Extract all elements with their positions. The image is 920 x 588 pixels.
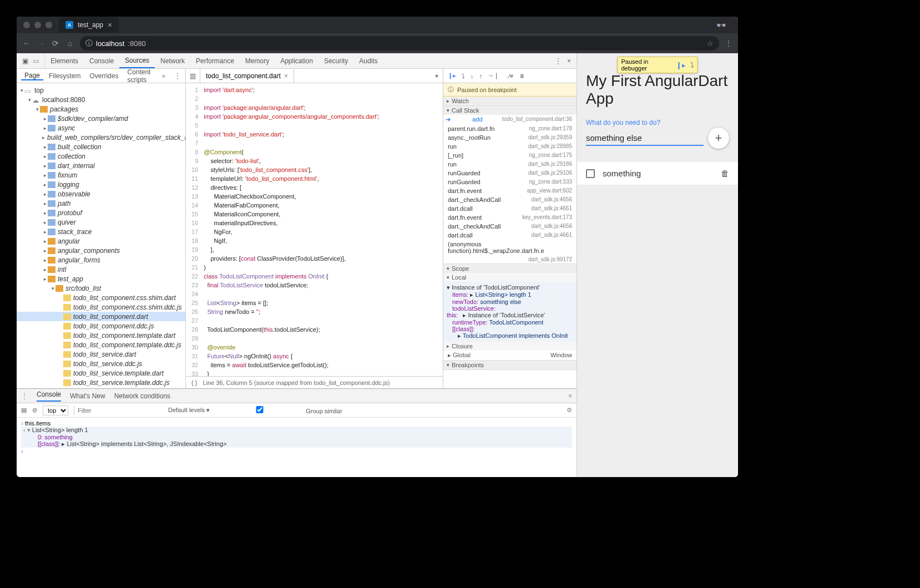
tree-row[interactable]: ▸$sdk/dev_compiler/amd bbox=[17, 114, 185, 123]
tree-row[interactable]: ▸observable bbox=[17, 189, 185, 199]
tree-row[interactable]: ▸path bbox=[17, 199, 185, 208]
console-clear-icon[interactable]: ⊘ bbox=[32, 407, 37, 414]
editor-nav-icon[interactable]: ▥ bbox=[186, 69, 200, 83]
tree-row[interactable]: todo_list_service.template.dart bbox=[17, 368, 185, 378]
url-input[interactable]: ⓘ localhost:8080 ☆ bbox=[80, 36, 719, 50]
tree-row[interactable]: todo_list_service.ddc.js bbox=[17, 359, 185, 368]
device-toggle-icon[interactable]: ▭ bbox=[33, 57, 39, 65]
editor-file-tab[interactable]: todo_list_component.dart × bbox=[200, 69, 294, 83]
console-group-similar[interactable]: Group similar bbox=[215, 406, 342, 414]
tab-performance[interactable]: Performance bbox=[190, 53, 240, 68]
chrome-menu-icon[interactable]: ⋮ bbox=[725, 39, 732, 48]
bookmark-star-icon[interactable]: ☆ bbox=[707, 39, 714, 48]
window-controls[interactable] bbox=[23, 22, 52, 28]
scope-section[interactable]: ▾Scope bbox=[443, 264, 577, 273]
delete-todo-icon[interactable]: 🗑 bbox=[721, 169, 729, 178]
resume-button[interactable]: ❙▸ bbox=[448, 72, 456, 79]
scope-local-header[interactable]: ▾Local bbox=[443, 273, 577, 282]
tree-row[interactable]: ▸async bbox=[17, 123, 185, 133]
tab-memory[interactable]: Memory bbox=[240, 53, 275, 68]
new-todo-input[interactable] bbox=[586, 131, 704, 146]
add-todo-button[interactable]: + bbox=[708, 128, 729, 149]
inspect-icon[interactable]: ▣ bbox=[22, 57, 28, 65]
tree-row[interactable]: ▸collection bbox=[17, 151, 185, 161]
tree-row[interactable]: ▸intl bbox=[17, 265, 185, 274]
overlay-resume-icon[interactable]: ❙▸ bbox=[676, 61, 686, 69]
tree-row[interactable]: ▸protobuf bbox=[17, 208, 185, 217]
browser-tab[interactable]: A test_app × bbox=[59, 17, 119, 33]
console-tab-whatsnew[interactable]: What's New bbox=[70, 392, 105, 400]
tree-row[interactable]: ▾src/todo_list bbox=[17, 283, 185, 293]
devtools-close-icon[interactable]: × bbox=[567, 57, 571, 65]
scope-global-row[interactable]: ▸ GlobalWindow bbox=[443, 351, 577, 360]
console-settings-icon[interactable]: ⚙ bbox=[567, 407, 572, 414]
tab-close-icon[interactable]: × bbox=[108, 21, 112, 29]
console-close-icon[interactable]: × bbox=[568, 392, 572, 400]
stack-frame[interactable]: runGuardeddart_sdk.js:29106 bbox=[443, 169, 577, 178]
info-icon[interactable]: ⓘ bbox=[85, 38, 93, 48]
console-output[interactable]: › this.items ‹ ▾ List<String> length 1 0… bbox=[17, 418, 577, 477]
tree-row[interactable]: ▸fixnum bbox=[17, 170, 185, 180]
stack-frame[interactable]: runGuardedng_zone.dart:333 bbox=[443, 178, 577, 186]
stack-frame[interactable]: async._rootRundart_sdk.js:29359 bbox=[443, 133, 577, 142]
pause-exceptions-button[interactable]: ⏸ bbox=[519, 73, 525, 79]
todo-checkbox[interactable] bbox=[586, 169, 595, 178]
tab-network[interactable]: Network bbox=[155, 53, 190, 68]
subtab-menu-icon[interactable]: ⋮ bbox=[171, 72, 184, 80]
tree-row[interactable]: ▸dart_internal bbox=[17, 161, 185, 170]
reload-button[interactable]: ⟳ bbox=[51, 39, 60, 48]
devtools-menu-icon[interactable]: ⋮ bbox=[555, 57, 562, 65]
tree-row[interactable]: ▸angular bbox=[17, 236, 185, 246]
subtab-overrides[interactable]: Overrides bbox=[86, 72, 122, 80]
tree-row[interactable]: ▸stack_trace bbox=[17, 227, 185, 236]
subtab-filesystem[interactable]: Filesystem bbox=[46, 72, 84, 80]
step-out-button[interactable]: ↑ bbox=[479, 73, 483, 79]
tree-row[interactable]: ▾top bbox=[17, 85, 185, 95]
editor-more-icon[interactable]: ▾ bbox=[431, 72, 443, 80]
tree-row[interactable]: ▸build_web_compilers/src/dev_compiler_st… bbox=[17, 133, 185, 142]
file-tree[interactable]: ▾top▾localhost:8080▾packages▸$sdk/dev_co… bbox=[17, 83, 186, 388]
forward-button[interactable]: → bbox=[37, 39, 46, 48]
tree-row[interactable]: ▸angular_components bbox=[17, 246, 185, 255]
console-tab-network[interactable]: Network conditions bbox=[114, 392, 170, 400]
stack-frame[interactable]: rundart_sdk.js:29186 bbox=[443, 160, 577, 169]
stack-frame[interactable]: dart.fn.eventkey_events.dart:173 bbox=[443, 213, 577, 222]
tab-elements[interactable]: Elements bbox=[45, 53, 84, 68]
console-sidebar-icon[interactable]: ▤ bbox=[21, 407, 27, 414]
back-button[interactable]: ← bbox=[22, 39, 31, 48]
subtab-overflow-icon[interactable]: » bbox=[158, 72, 169, 80]
step-over-button[interactable]: ⤵ bbox=[462, 73, 465, 79]
step-button[interactable]: →❘ bbox=[488, 72, 499, 79]
tree-row[interactable]: ▸logging bbox=[17, 180, 185, 189]
stack-frame[interactable]: dart_sdk.js:99172 bbox=[443, 255, 577, 263]
tree-row[interactable]: todo_list_component.dart bbox=[17, 312, 185, 321]
code-editor[interactable]: 1234567891011121314151617181920212223242… bbox=[186, 83, 443, 376]
tree-row[interactable]: ▾packages bbox=[17, 104, 185, 114]
tree-row[interactable]: ▸angular_forms bbox=[17, 255, 185, 265]
deactivate-breakpoints-button[interactable]: ⁄≠ bbox=[509, 73, 513, 79]
callstack-section[interactable]: ▾Call Stack bbox=[443, 106, 577, 115]
console-context-select[interactable]: top bbox=[43, 405, 68, 415]
overlay-step-icon[interactable]: ⤵ bbox=[690, 61, 694, 69]
editor-file-close-icon[interactable]: × bbox=[284, 72, 289, 80]
subtab-content-scripts[interactable]: Content scripts bbox=[124, 68, 154, 84]
tree-row[interactable]: ▾localhost:8080 bbox=[17, 95, 185, 104]
stack-frame[interactable]: dart._checkAndCalldart_sdk.js:4656 bbox=[443, 195, 577, 204]
watch-section[interactable]: ▸Watch bbox=[443, 97, 577, 105]
console-tab-console[interactable]: Console bbox=[37, 391, 61, 402]
tab-application[interactable]: Application bbox=[275, 53, 319, 68]
scope-closure-header[interactable]: ▸Closure bbox=[443, 342, 577, 351]
console-levels[interactable]: Default levels ▾ bbox=[168, 407, 210, 414]
tab-audits[interactable]: Audits bbox=[353, 53, 383, 68]
stack-frame[interactable]: dart.dcalldart_sdk.js:4661 bbox=[443, 204, 577, 213]
stack-frame[interactable]: (anonymous function).html$._wrapZone.dar… bbox=[443, 240, 577, 255]
step-into-button[interactable]: ↓ bbox=[471, 73, 474, 79]
stack-frame[interactable]: dart.fn.eventapp_view.dart:602 bbox=[443, 186, 577, 195]
tree-row[interactable]: todo_list_component.template.ddc.js bbox=[17, 340, 185, 349]
stack-frame[interactable]: rundart_sdk.js:28985 bbox=[443, 142, 577, 151]
console-menu-icon[interactable]: ⋮ bbox=[21, 392, 28, 400]
tab-security[interactable]: Security bbox=[319, 53, 353, 68]
stack-frame[interactable]: parent.run.dart.fnng_zone.dart:178 bbox=[443, 124, 577, 133]
stack-frame[interactable]: [_run]ng_zone.dart:175 bbox=[443, 151, 577, 160]
breakpoints-section[interactable]: ▾Breakpoints bbox=[443, 361, 577, 369]
